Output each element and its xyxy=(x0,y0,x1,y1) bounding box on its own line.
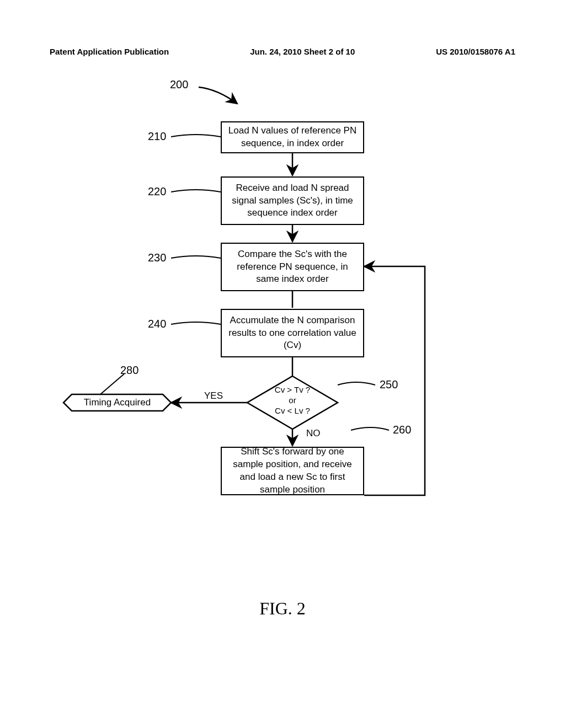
step-260-text: Shift Sc's forward by one sample positio… xyxy=(227,446,358,496)
ref-250: 250 xyxy=(380,378,398,391)
step-230-compare: Compare the Sc's with the reference PN s… xyxy=(221,243,364,291)
decision-line1: Cv > Tv ? xyxy=(247,385,338,395)
terminator-280-text: Timing Acquired xyxy=(84,397,151,408)
page-header: Patent Application Publication Jun. 24, … xyxy=(50,47,515,56)
branch-yes-label: YES xyxy=(204,390,223,402)
step-210-load-reference: Load N values of reference PN sequence, … xyxy=(221,121,364,153)
ref-240: 240 xyxy=(148,318,166,330)
decision-line2: or xyxy=(247,395,338,406)
ref-220: 220 xyxy=(148,185,166,198)
step-220-receive-samples: Receive and load N spread signal samples… xyxy=(221,176,364,225)
terminator-280: Timing Acquired xyxy=(66,397,168,408)
header-left: Patent Application Publication xyxy=(50,47,169,56)
step-220-text: Receive and load N spread signal samples… xyxy=(227,182,358,220)
ref-260: 260 xyxy=(393,424,411,436)
ref-200: 200 xyxy=(170,78,188,91)
step-260-shift: Shift Sc's forward by one sample positio… xyxy=(221,447,364,495)
header-center: Jun. 24, 2010 Sheet 2 of 10 xyxy=(250,47,355,56)
ref-210: 210 xyxy=(148,130,166,143)
header-right: US 2010/0158076 A1 xyxy=(436,47,515,56)
step-240-accumulate: Accumulate the N comparison results to o… xyxy=(221,309,364,357)
figure-label: FIG. 2 xyxy=(0,598,565,619)
decision-250: Cv > Tv ? or Cv < Lv ? xyxy=(247,385,338,416)
flowchart: Load N values of reference PN sequence, … xyxy=(0,77,565,574)
step-240-text: Accumulate the N comparison results to o… xyxy=(227,314,358,352)
ref-280: 280 xyxy=(120,364,138,377)
step-210-text: Load N values of reference PN sequence, … xyxy=(227,125,358,150)
branch-no-label: NO xyxy=(306,428,321,439)
ref-230: 230 xyxy=(148,251,166,264)
step-230-text: Compare the Sc's with the reference PN s… xyxy=(227,248,358,286)
decision-line3: Cv < Lv ? xyxy=(247,406,338,416)
